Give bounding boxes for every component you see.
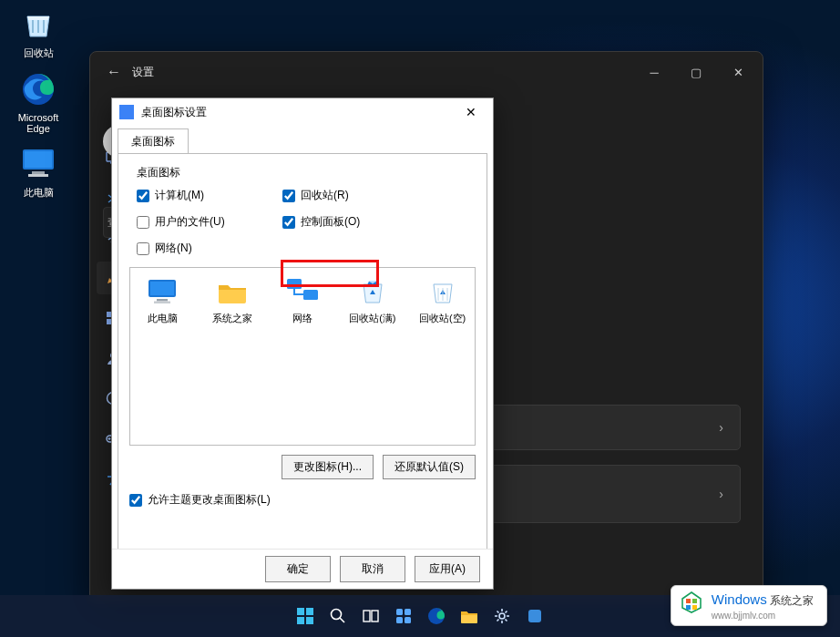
- taskbar-search-icon[interactable]: [325, 603, 351, 629]
- recycle-bin-icon: [18, 4, 58, 44]
- icon-item-label: 回收站(满): [349, 312, 395, 325]
- desktop-icon-edge[interactable]: Microsoft Edge: [5, 69, 71, 134]
- restore-default-button[interactable]: 还原默认值(S): [383, 455, 476, 479]
- start-button[interactable]: [292, 603, 318, 629]
- checkbox-recycle-bin[interactable]: 回收站(R): [282, 188, 437, 203]
- tab-desktop-icons[interactable]: 桌面图标: [118, 128, 189, 154]
- checkbox-label: 用户的文件(U): [155, 214, 225, 230]
- checkbox-label: 回收站(R): [301, 188, 349, 203]
- dialog-title: 桌面图标设置: [141, 105, 456, 120]
- folder-icon: [215, 277, 250, 306]
- desktop-icon-this-pc[interactable]: 此电脑: [5, 143, 71, 200]
- svg-rect-37: [686, 599, 691, 603]
- recycle-empty-icon: [425, 277, 460, 306]
- icon-item-label: 网络: [292, 312, 312, 325]
- svg-rect-33: [405, 617, 411, 623]
- svg-rect-28: [364, 611, 370, 622]
- icon-item-folder[interactable]: 系统之家: [208, 277, 258, 325]
- checkbox-computer[interactable]: 计算机(M): [137, 188, 282, 203]
- icon-item-label: 此电脑: [148, 312, 178, 325]
- watermark-logo-icon: [679, 590, 704, 615]
- svg-rect-23: [297, 608, 304, 615]
- desktop-icon-label: 回收站: [24, 46, 54, 60]
- svg-point-27: [332, 610, 342, 620]
- svg-rect-29: [372, 611, 378, 622]
- icon-item-this-pc[interactable]: 此电脑: [138, 277, 188, 325]
- svg-rect-24: [306, 608, 313, 615]
- checkbox-input[interactable]: [282, 216, 295, 229]
- group-label: 桌面图标: [137, 165, 476, 180]
- settings-title: 设置: [132, 65, 154, 80]
- svg-rect-20: [154, 302, 170, 304]
- widgets-icon[interactable]: [391, 603, 416, 629]
- settings-titlebar: ← 设置 ─ ▢ ✕: [90, 52, 763, 92]
- svg-rect-4: [28, 174, 48, 177]
- dialog-tabpanel: 桌面图标 计算机(M) 回收站(R) 用户的文件(U) 控制面板(O) 网络(N…: [118, 153, 487, 560]
- checkbox-label: 控制面板(O): [301, 214, 360, 230]
- checkbox-network[interactable]: 网络(N): [137, 241, 282, 256]
- svg-rect-38: [692, 599, 697, 603]
- svg-rect-2: [25, 151, 52, 168]
- taskbar-explorer-icon[interactable]: [456, 603, 482, 629]
- this-pc-icon: [18, 143, 58, 183]
- dialog-titlebar: 桌面图标设置 ✕: [112, 98, 493, 126]
- chevron-right-icon: ›: [719, 487, 723, 501]
- allow-themes-label: 允许主题更改桌面图标(L): [148, 492, 271, 508]
- icon-item-label: 系统之家: [212, 312, 252, 325]
- maximize-button[interactable]: ▢: [675, 57, 717, 87]
- close-button[interactable]: ✕: [717, 57, 759, 87]
- svg-rect-25: [297, 617, 304, 624]
- apply-button[interactable]: 应用(A): [415, 556, 480, 582]
- checkbox-input[interactable]: [282, 190, 295, 202]
- dialog-tabs: 桌面图标: [112, 126, 493, 153]
- taskbar-edge-icon[interactable]: [424, 603, 449, 629]
- checkbox-input[interactable]: [137, 216, 149, 229]
- svg-rect-19: [157, 299, 168, 302]
- svg-rect-30: [396, 609, 403, 615]
- svg-rect-3: [32, 171, 45, 174]
- cancel-button[interactable]: 取消: [340, 556, 405, 582]
- watermark-url: www.bjjmlv.com: [712, 611, 775, 621]
- minimize-button[interactable]: ─: [633, 57, 675, 87]
- dialog-footer: 确定 取消 应用(A): [112, 549, 493, 589]
- highlight-annotation: [281, 260, 379, 287]
- checkbox-grid: 计算机(M) 回收站(R) 用户的文件(U) 控制面板(O) 网络(N): [137, 188, 476, 256]
- svg-rect-18: [150, 282, 174, 295]
- checkbox-input[interactable]: [137, 190, 149, 202]
- back-button[interactable]: ←: [107, 64, 132, 80]
- ok-button[interactable]: 确定: [265, 556, 331, 582]
- desktop-icon-label: 此电脑: [24, 186, 54, 200]
- checkbox-user-files[interactable]: 用户的文件(U): [137, 214, 282, 230]
- this-pc-icon: [145, 277, 179, 306]
- chevron-right-icon: ›: [719, 420, 723, 435]
- watermark-brand2: 系统之家: [770, 594, 814, 607]
- svg-rect-36: [528, 610, 541, 622]
- desktop-icons: 回收站 Microsoft Edge 此电脑: [5, 4, 71, 200]
- desktop-icon-label: Microsoft Edge: [5, 112, 71, 134]
- watermark-brand: Windows: [712, 591, 767, 607]
- icon-item-label: 回收站(空): [419, 312, 466, 325]
- taskbar-app-icon[interactable]: [522, 603, 548, 629]
- svg-rect-31: [405, 609, 411, 615]
- icon-item-recycle-empty[interactable]: 回收站(空): [417, 277, 467, 325]
- desktop-icon-recycle-bin[interactable]: 回收站: [5, 4, 71, 60]
- allow-themes-checkbox[interactable]: [129, 494, 142, 507]
- icon-preview-well: 此电脑 系统之家 网络 回收站(满) 回收站(空): [129, 267, 476, 446]
- svg-rect-40: [692, 605, 697, 610]
- dialog-close-button[interactable]: ✕: [456, 100, 486, 124]
- svg-rect-26: [306, 617, 313, 624]
- watermark: Windows 系统之家 www.bjjmlv.com: [671, 585, 827, 626]
- edge-icon: [18, 69, 58, 109]
- taskbar-settings-icon[interactable]: [489, 603, 515, 629]
- checkbox-control-panel[interactable]: 控制面板(O): [282, 214, 437, 230]
- checkbox-label: 网络(N): [155, 241, 192, 256]
- svg-rect-32: [396, 617, 403, 623]
- checkbox-label: 计算机(M): [155, 188, 204, 203]
- task-view-icon[interactable]: [358, 603, 384, 629]
- checkbox-input[interactable]: [137, 242, 149, 255]
- svg-point-35: [499, 613, 505, 619]
- change-icon-button[interactable]: 更改图标(H)...: [282, 455, 374, 479]
- dialog-titlebar-icon: [119, 105, 134, 119]
- desktop-icon-settings-dialog: 桌面图标设置 ✕ 桌面图标 桌面图标 计算机(M) 回收站(R) 用户的文件(U…: [111, 98, 494, 590]
- svg-rect-39: [686, 605, 691, 610]
